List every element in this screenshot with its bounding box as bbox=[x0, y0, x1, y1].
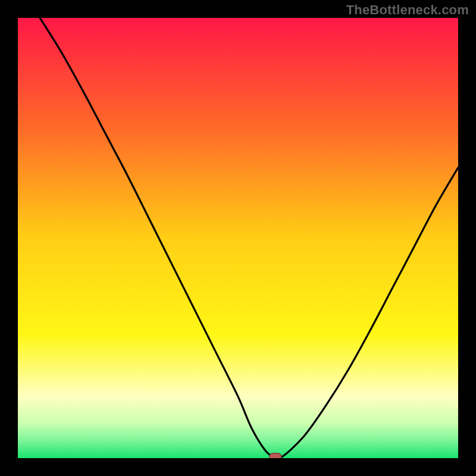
plot-area bbox=[18, 18, 458, 458]
optimal-point-marker bbox=[270, 453, 281, 458]
chart-container: TheBottleneck.com bbox=[0, 0, 476, 476]
gradient-background bbox=[18, 18, 458, 458]
plot-svg bbox=[18, 18, 458, 458]
watermark-text: TheBottleneck.com bbox=[346, 2, 469, 18]
